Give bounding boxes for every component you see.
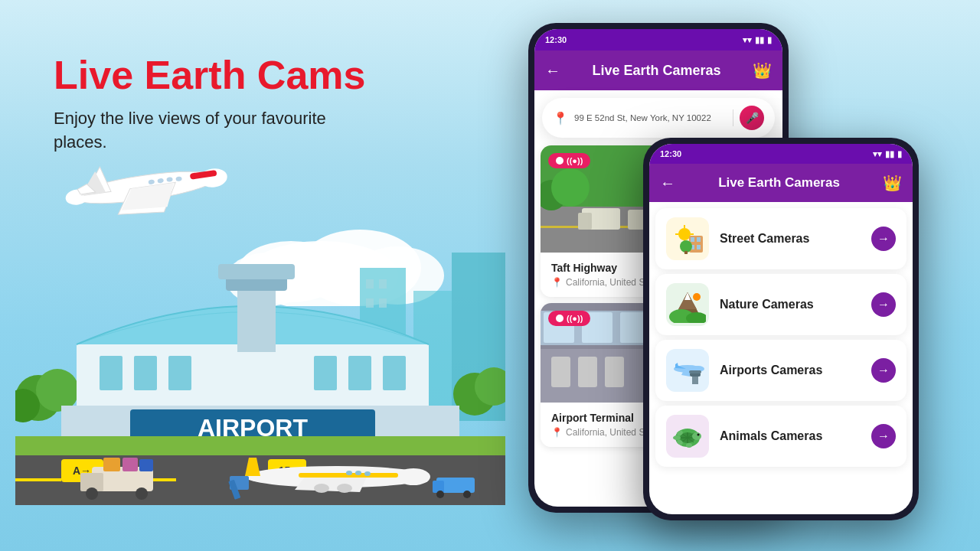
status-bar-front: 12:30 ▾▾ ▮▮ ▮ xyxy=(649,144,913,164)
svg-point-105 xyxy=(678,228,691,240)
svg-rect-56 xyxy=(103,458,120,471)
street-cameras-label: Street Cameras xyxy=(720,232,861,246)
status-icons-back: ▾▾ ▮▮ ▮ xyxy=(743,35,772,45)
app-header-front: ← Live Earth Cameras 👑 xyxy=(649,164,913,202)
search-text: 99 E 52nd St, New York, NY 10022 xyxy=(574,113,727,122)
svg-point-137 xyxy=(692,432,701,440)
svg-point-65 xyxy=(355,471,361,475)
menu-item-airports[interactable]: Airports Cameras → xyxy=(655,340,906,401)
svg-rect-22 xyxy=(379,279,387,289)
location-pin-2: 📍 xyxy=(551,427,563,438)
svg-point-142 xyxy=(673,435,681,440)
search-divider xyxy=(733,109,733,126)
svg-point-74 xyxy=(463,491,471,498)
svg-point-120 xyxy=(693,293,701,301)
svg-rect-92 xyxy=(578,357,597,387)
crown-icon-front[interactable]: 👑 xyxy=(883,174,902,192)
svg-rect-38 xyxy=(134,356,157,390)
svg-rect-83 xyxy=(578,213,592,230)
svg-rect-111 xyxy=(691,237,694,242)
app-header-back: ← Live Earth Cameras 👑 xyxy=(534,51,782,90)
svg-rect-42 xyxy=(383,356,406,390)
svg-rect-23 xyxy=(366,298,374,308)
left-section: Live Earth Cams Enjoy the live views of … xyxy=(0,0,521,551)
menu-item-animals[interactable]: Animals Cameras → xyxy=(655,406,906,467)
menu-item-nature[interactable]: Nature Cameras → xyxy=(655,274,906,335)
live-text-2: ((●)) xyxy=(567,314,583,323)
wifi-icon-back: ▾▾ xyxy=(743,35,752,45)
menu-list: Street Cameras → xyxy=(649,202,913,478)
svg-point-138 xyxy=(697,434,700,436)
status-icons-front: ▾▾ ▮▮ ▮ xyxy=(873,149,902,159)
svg-rect-58 xyxy=(139,459,153,471)
svg-point-26 xyxy=(36,369,79,412)
back-arrow-back[interactable]: ← xyxy=(545,62,560,80)
wifi-icon-front: ▾▾ xyxy=(873,149,882,159)
animals-cameras-icon xyxy=(666,415,709,458)
svg-rect-44 xyxy=(15,478,61,481)
nature-cameras-arrow[interactable]: → xyxy=(871,292,896,317)
airports-cameras-arrow[interactable]: → xyxy=(871,358,896,383)
svg-rect-47 xyxy=(15,436,505,455)
svg-rect-39 xyxy=(168,356,191,390)
svg-point-66 xyxy=(346,471,352,475)
svg-marker-127 xyxy=(675,363,678,368)
svg-point-60 xyxy=(397,468,430,485)
animals-cameras-arrow[interactable]: → xyxy=(871,424,896,448)
svg-rect-40 xyxy=(314,356,337,390)
airport-scene: AIRPORT A→ 15↑ xyxy=(0,145,521,551)
svg-rect-116 xyxy=(684,251,688,254)
live-badge-2: ((●)) xyxy=(548,311,590,326)
svg-point-64 xyxy=(364,471,371,476)
status-bar-back: 12:30 ▾▾ ▮▮ ▮ xyxy=(534,29,782,51)
svg-rect-41 xyxy=(348,356,371,390)
battery-icon-front: ▮ xyxy=(897,149,902,159)
status-time-front: 12:30 xyxy=(660,149,681,158)
svg-point-73 xyxy=(436,491,444,498)
location-pin-1: 📍 xyxy=(551,277,563,288)
signal-icon-front: ▮▮ xyxy=(885,149,894,159)
svg-rect-36 xyxy=(218,264,295,279)
live-text-1: ((●)) xyxy=(567,156,583,165)
app-title: Live Earth Cams xyxy=(54,54,366,97)
crown-icon-back[interactable]: 👑 xyxy=(753,61,772,80)
battery-icon-back: ▮ xyxy=(767,35,772,45)
search-bar[interactable]: 📍 99 E 52nd St, New York, NY 10022 🎤 xyxy=(542,98,775,138)
phone-front: 12:30 ▾▾ ▮▮ ▮ ← Live Earth Cameras 👑 xyxy=(643,138,919,520)
svg-point-79 xyxy=(551,168,590,207)
menu-item-street[interactable]: Street Cameras → xyxy=(655,208,906,269)
svg-point-55 xyxy=(136,487,148,500)
svg-rect-37 xyxy=(100,356,122,390)
svg-point-141 xyxy=(686,443,692,448)
signal-icon-back: ▮▮ xyxy=(755,35,764,45)
mic-button[interactable]: 🎤 xyxy=(740,106,764,130)
svg-point-54 xyxy=(86,487,98,500)
svg-rect-57 xyxy=(122,458,138,471)
svg-marker-119 xyxy=(684,292,691,300)
svg-rect-34 xyxy=(237,283,276,352)
street-cameras-icon xyxy=(666,217,709,260)
live-badge-1: ((●)) xyxy=(548,153,590,168)
live-dot-2 xyxy=(556,315,564,322)
status-time-back: 12:30 xyxy=(545,35,567,44)
svg-rect-93 xyxy=(605,357,624,387)
search-pin-icon: 📍 xyxy=(553,111,568,126)
nature-cameras-label: Nature Cameras xyxy=(720,298,861,311)
svg-rect-114 xyxy=(697,245,701,249)
animals-cameras-label: Animals Cameras xyxy=(720,429,861,443)
svg-rect-72 xyxy=(433,481,444,493)
svg-rect-91 xyxy=(551,357,570,387)
svg-rect-24 xyxy=(379,298,387,308)
svg-rect-112 xyxy=(697,237,701,242)
airports-cameras-icon xyxy=(666,349,709,392)
phone-front-inner: 12:30 ▾▾ ▮▮ ▮ ← Live Earth Cameras 👑 xyxy=(649,144,913,514)
svg-point-68 xyxy=(337,484,352,493)
phones-container: 12:30 ▾▾ ▮▮ ▮ ← Live Earth Cameras 👑 📍 9… xyxy=(505,0,980,551)
live-dot-1 xyxy=(556,157,564,165)
svg-point-67 xyxy=(314,484,329,493)
street-cameras-arrow[interactable]: → xyxy=(871,227,896,251)
nature-cameras-icon xyxy=(666,283,709,326)
header-title-front: Live Earth Cameras xyxy=(683,175,875,191)
svg-marker-62 xyxy=(295,475,368,492)
back-arrow-front[interactable]: ← xyxy=(660,174,675,192)
